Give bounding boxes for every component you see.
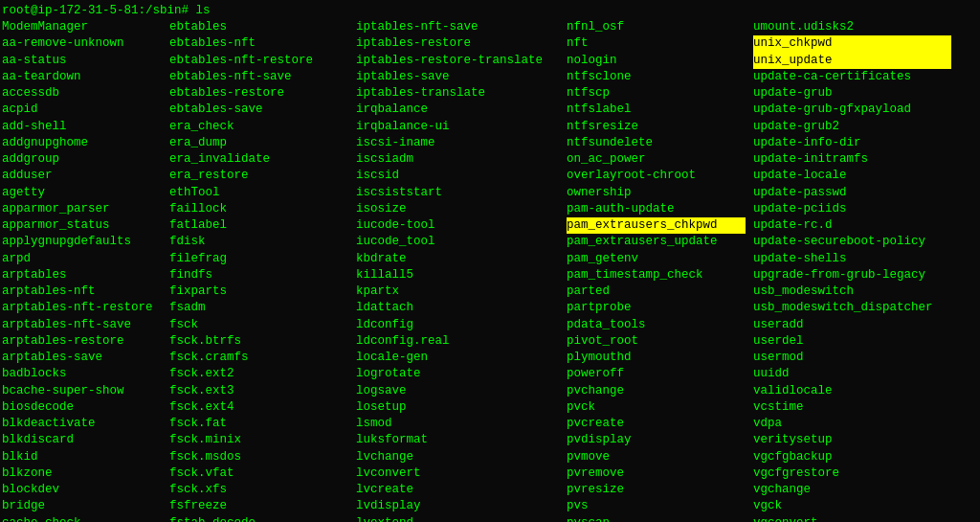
list-item: fsck.btrfs	[169, 333, 348, 350]
list-item: irqbalance	[356, 102, 559, 118]
list-item: luksformat	[356, 432, 559, 448]
list-item: blkdeactivate	[2, 416, 162, 432]
list-item: ebtables	[169, 19, 348, 35]
list-item: userdel	[753, 333, 951, 350]
list-item: vcstime	[753, 399, 951, 416]
list-item: pvmove	[567, 449, 746, 465]
list-item: add-shell	[2, 119, 162, 135]
list-item: iptables-restore	[356, 35, 559, 52]
list-item: pam-auth-update	[567, 201, 746, 217]
list-item: ntfscp	[567, 85, 746, 102]
list-item: pvremove	[567, 465, 746, 482]
list-item: update-rc.d	[753, 217, 951, 234]
column-5: umount.udisks2unix_chkpwdunix_updateupda…	[753, 19, 959, 522]
list-item: era_invalidate	[169, 151, 348, 168]
list-item: vgchange	[753, 482, 951, 498]
list-item: unix_chkpwd	[753, 35, 951, 52]
list-item: update-locale	[753, 168, 951, 184]
list-item: iptables-translate	[356, 85, 559, 102]
list-item: era_restore	[169, 168, 348, 184]
ls-output-grid: ModemManageraa-remove-unknownaa-statusaa…	[2, 19, 978, 522]
list-item: ebtables-restore	[169, 85, 348, 102]
list-item: adduser	[2, 168, 162, 184]
list-item: fsck.xfs	[169, 482, 348, 498]
list-item: iucode-tool	[356, 217, 559, 234]
list-item: fsck.minix	[169, 432, 348, 448]
list-item: ldattach	[356, 300, 559, 316]
list-item: blkzone	[2, 465, 162, 482]
list-item: era_dump	[169, 135, 348, 151]
list-item: arptables-nft	[2, 284, 162, 300]
list-item: update-info-dir	[753, 135, 951, 151]
list-item: iptables-save	[356, 69, 559, 85]
list-item: unix_update	[753, 53, 951, 69]
list-item: update-grub	[753, 85, 951, 102]
list-item: usb_modeswitch	[753, 284, 951, 300]
list-item: biosdecode	[2, 399, 162, 416]
column-4: nfnl_osfnftnologinntfsclonentfscpntfslab…	[567, 19, 753, 522]
list-item: ModemManager	[2, 19, 162, 35]
list-item: pam_extrausers_chkpwd	[567, 217, 746, 234]
list-item: lvdisplay	[356, 498, 559, 514]
list-item: blkdiscard	[2, 432, 162, 448]
list-item: arptables	[2, 267, 162, 284]
list-item: agetty	[2, 185, 162, 201]
list-item: arptables-nft-save	[2, 317, 162, 333]
list-item: ldconfig	[356, 317, 559, 333]
list-item: nfnl_osf	[567, 19, 746, 35]
list-item: overlayroot-chroot	[567, 168, 746, 184]
list-item: arptables-nft-restore	[2, 300, 162, 316]
list-item: vgck	[753, 498, 951, 514]
list-item: arptables-save	[2, 350, 162, 366]
list-item: ebtables-nft-restore	[169, 53, 348, 69]
list-item: update-grub-gfxpayload	[753, 102, 951, 118]
list-item: update-secureboot-policy	[753, 234, 951, 250]
list-item: logrotate	[356, 366, 559, 382]
column-2: ebtablesebtables-nftebtables-nft-restore…	[169, 19, 356, 522]
list-item: lvconvert	[356, 465, 559, 482]
list-item: aa-remove-unknown	[2, 35, 162, 52]
list-item: killall5	[356, 267, 559, 284]
list-item: fdisk	[169, 234, 348, 250]
list-item: parted	[567, 284, 746, 300]
list-item: pvs	[567, 498, 746, 514]
list-item: fixparts	[169, 284, 348, 300]
list-item: nft	[567, 35, 746, 52]
list-item: badblocks	[2, 366, 162, 382]
list-item: aa-status	[2, 53, 162, 69]
prompt-line: root@ip-172-31-5-81:/sbin# ls	[2, 4, 978, 17]
list-item: kbdrate	[356, 251, 559, 267]
list-item: pvcreate	[567, 416, 746, 432]
list-item: fsck.ext3	[169, 383, 348, 399]
list-item: vgconvert	[753, 515, 951, 523]
list-item: iscsiadm	[356, 151, 559, 168]
list-item: fsck.fat	[169, 416, 348, 432]
list-item: iucode_tool	[356, 234, 559, 250]
list-item: plymouthd	[567, 350, 746, 366]
list-item: aa-teardown	[2, 69, 162, 85]
list-item: fatlabel	[169, 217, 348, 234]
list-item: pam_timestamp_check	[567, 267, 746, 284]
list-item: arptables-restore	[2, 333, 162, 350]
list-item: blkid	[2, 449, 162, 465]
list-item: fsck.msdos	[169, 449, 348, 465]
list-item: update-pciids	[753, 201, 951, 217]
list-item: ntfslabel	[567, 102, 746, 118]
list-item: fsck	[169, 317, 348, 333]
list-item: arpd	[2, 251, 162, 267]
list-item: accessdb	[2, 85, 162, 102]
list-item: usb_modeswitch_dispatcher	[753, 300, 951, 316]
list-item: ntfsresize	[567, 119, 746, 135]
list-item: ntfsclone	[567, 69, 746, 85]
list-item: vgcfgrestore	[753, 465, 951, 482]
list-item: pam_getenv	[567, 251, 746, 267]
list-item: iptables-nft-save	[356, 19, 559, 35]
list-item: umount.udisks2	[753, 19, 951, 35]
terminal: root@ip-172-31-5-81:/sbin# ls ModemManag…	[0, 0, 980, 522]
list-item: on_ac_power	[567, 151, 746, 168]
list-item: vdpa	[753, 416, 951, 432]
list-item: ethTool	[169, 185, 348, 201]
list-item: lvextend	[356, 515, 559, 523]
list-item: pvscan	[567, 515, 746, 523]
list-item: update-passwd	[753, 185, 951, 201]
